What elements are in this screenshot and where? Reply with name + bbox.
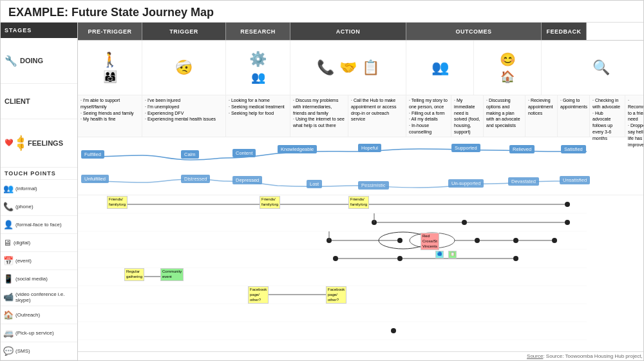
- doing-cell-outcomes2: 😊 🏠: [474, 41, 542, 95]
- feelings-row: Fulfilled Calm Content Knowledgeable Hop…: [78, 137, 643, 195]
- stage-outcomes: OUTCOMES: [406, 23, 542, 40]
- client-label-cell: CLIENT: [1, 84, 77, 119]
- feeling-hopeful: Hopeful: [358, 144, 381, 152]
- source-text: Source: Source: Toowoomba Housing Hub pr…: [527, 353, 643, 359]
- pickup-icon: 🚐: [3, 328, 14, 338]
- tp-event: 📅 (event): [1, 252, 77, 270]
- informal-icon: 👥: [3, 184, 14, 193]
- touchpoint-type-rows: 👥 (informal) 📞 (phone) 👤 (formal-face to…: [1, 180, 77, 360]
- svg-point-22: [397, 238, 402, 243]
- feeling-unsatisfied: Unsatisfied: [560, 176, 590, 184]
- svg-point-19: [565, 220, 570, 225]
- walking-icon: 🚶: [101, 52, 118, 68]
- touchpoints-label-cell: TOUCH POINTS: [1, 168, 77, 180]
- right-content: PRE-TRIGGER TRIGGER RESEARCH ACTION OUTC…: [78, 23, 643, 360]
- tp-digital: 🖥 (digital): [1, 234, 77, 252]
- event-icon: 📅: [3, 256, 14, 266]
- feeling-unsupported: Un-supported: [448, 179, 484, 188]
- svg-point-31: [333, 256, 338, 261]
- note-social1: Facebookpage/other?: [248, 286, 269, 304]
- tp-video: 📹 (video conference i.e. skype): [1, 288, 77, 306]
- tp-pickup: 🚐 (Pick-up service): [1, 324, 77, 342]
- svg-point-17: [462, 220, 467, 225]
- svg-point-42: [391, 328, 396, 333]
- svg-point-34: [513, 256, 518, 261]
- note-social2: Facebookpage/other?: [326, 286, 346, 304]
- note-event1: Regulargathering: [124, 268, 144, 281]
- meeting-icon: 🤝: [339, 59, 357, 76]
- touchpoints-svg: [78, 195, 587, 351]
- tp-phone: 📞 (phone): [1, 198, 77, 216]
- feeling-calm: Calm: [181, 150, 199, 159]
- feeling-knowledgeable: Knowledgeable: [278, 145, 317, 153]
- client-cell-outcome4: · Going to appointments: [558, 95, 590, 137]
- client-cell-outcome5: · Checking in with advocate· Hub advocat…: [590, 95, 625, 137]
- note-informal-action: Friends/family/org: [348, 196, 369, 209]
- feeling-pessimistic: Pessimistic: [358, 181, 389, 190]
- doing-row: 🚶 👨‍👩‍👧 🤕 ⚙️ 👥 📞 🤝 📋: [78, 41, 643, 95]
- doing-cell-research: ⚙️ 👥: [226, 41, 290, 95]
- feeling-supported: Supported: [451, 144, 480, 152]
- thumbsup-icon: 🔍: [592, 59, 610, 76]
- client-cell-research: · Looking for a home· Seeking medical tr…: [226, 95, 290, 137]
- sms-icon: 💬: [3, 346, 14, 356]
- feelings-icons: 👍 👎: [16, 135, 25, 151]
- client-cell-feedback: · Recommended to a friend in need· Dropp…: [625, 95, 643, 137]
- table-meeting-icon: 👥: [431, 59, 449, 76]
- source-line: Source: Source: Toowoomba Housing Hub pr…: [78, 351, 643, 360]
- research-people-icon: 👥: [251, 70, 265, 84]
- form-icon: 📋: [362, 59, 379, 76]
- svg-point-26: [513, 238, 518, 243]
- svg-point-14: [565, 202, 570, 207]
- feeling-distressed: Distressed: [181, 175, 210, 183]
- note-informal-pretrigger: Friends/family/org: [107, 196, 128, 209]
- svg-point-25: [475, 238, 480, 243]
- family-icon: 👨‍👩‍👧: [103, 70, 117, 84]
- doing-cell-outcomes1: 👥: [406, 41, 474, 95]
- doing-cell-trigger: 🤕: [142, 41, 226, 95]
- svg-point-21: [327, 238, 332, 243]
- feeling-depressed: Depressed: [232, 176, 262, 184]
- doing-text: DOING: [20, 57, 43, 64]
- doing-cell-feedback: 🔍: [542, 41, 643, 95]
- tp-informal: 👥 (informal): [1, 180, 77, 198]
- note-informal-research: Friends/family/org: [260, 196, 280, 209]
- stage-feedback: FEEDBACK: [542, 23, 587, 40]
- feeling-lost: Lost: [307, 180, 322, 188]
- client-cell-trigger: · I've been injured· I'm unemployed· Exp…: [142, 95, 226, 137]
- wrench-icon: 🔧: [5, 55, 17, 67]
- client-cell-pretrigger: · I'm able to support myself/family· See…: [78, 95, 142, 137]
- stages-header-row: PRE-TRIGGER TRIGGER RESEARCH ACTION OUTC…: [78, 23, 643, 41]
- client-cell-outcome3: · Recieving appointment notices: [526, 95, 558, 137]
- stage-research: RESEARCH: [226, 23, 290, 40]
- feeling-relieved: Relieved: [509, 145, 535, 153]
- tp-social: 📱 (social media): [1, 270, 77, 288]
- house-icon: 🏠: [500, 70, 515, 84]
- video-icon: 📹: [3, 292, 14, 302]
- doing-cell-pretrigger: 🚶 👨‍👩‍👧: [78, 41, 142, 95]
- client-cell-action3: · Telling my story to one person, once· …: [406, 95, 451, 137]
- page-title: EXAMPLE: Future State Journey Map: [8, 6, 636, 19]
- tp-face-to-face: 👤 (formal-face to face): [1, 216, 77, 234]
- client-cell-outcome1: · My immediate need is solved (food, hou…: [451, 95, 484, 137]
- feeling-fulfilled: Fulfilled: [81, 150, 104, 159]
- feeling-satisfied: Satisfied: [561, 145, 586, 153]
- svg-point-27: [552, 238, 557, 243]
- digital-icon: 🖥: [3, 238, 12, 248]
- tp-sms: 💬 (SMS): [1, 342, 77, 360]
- feeling-devastated: Devastated: [508, 177, 539, 186]
- left-labels: STAGES 🔧 DOING CLIENT ❤️ 👍 👎 FEELINGS TO…: [1, 23, 78, 360]
- smile-icon: 😊: [500, 52, 516, 67]
- face-icon: 👤: [3, 220, 14, 229]
- outreach-icon: 🏠: [3, 310, 14, 320]
- search-icon: ⚙️: [249, 51, 267, 68]
- doing-cell-action: 📞 🤝 📋: [290, 41, 406, 95]
- feelings-text: FEELINGS: [28, 139, 63, 147]
- page: EXAMPLE: Future State Journey Map STAGES…: [0, 0, 644, 361]
- feelings-label-cell: ❤️ 👍 👎 FEELINGS: [1, 119, 77, 168]
- svg-point-32: [397, 256, 402, 261]
- tp-outreach: 🏠 (Outreach): [1, 306, 77, 324]
- feeling-unfulfilled: Unfulfilled: [81, 175, 109, 183]
- main-content: STAGES 🔧 DOING CLIENT ❤️ 👍 👎 FEELINGS TO…: [1, 23, 643, 360]
- note-digital-teal: 🔵: [435, 251, 444, 259]
